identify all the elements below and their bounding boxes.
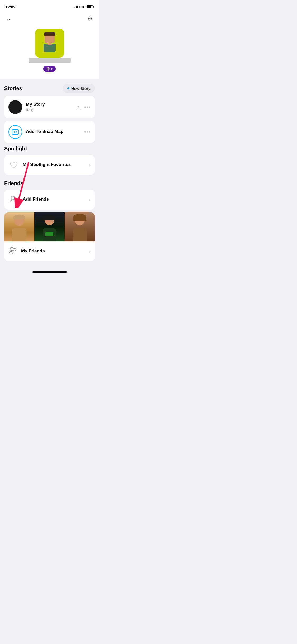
lte-label: LTE — [79, 5, 86, 9]
spotlight-favorites-card[interactable]: My Spotlight Favorites › — [4, 155, 95, 175]
snap-map-title: Add To Snap Map — [26, 129, 81, 134]
add-friends-info: Add Friends — [23, 197, 85, 203]
snap-map-actions: ••• — [84, 129, 91, 135]
chevron-right-icon: › — [89, 162, 91, 168]
spotlight-favorites-title: My Spotlight Favorites — [23, 162, 85, 167]
avatar[interactable] — [35, 29, 64, 58]
home-bar — [32, 271, 67, 273]
snap-map-card[interactable]: Add To Snap Map ••• — [4, 121, 95, 143]
status-time: 12:02 — [5, 5, 15, 9]
friend-avatar-2 — [34, 212, 64, 241]
svg-point-5 — [10, 247, 13, 251]
snap-map-icon — [8, 125, 22, 139]
signal-icon — [73, 5, 78, 8]
my-friends-row[interactable]: My Friends › — [4, 241, 95, 261]
add-friends-title: Add Friends — [23, 197, 85, 202]
add-friends-chevron: › — [89, 197, 91, 203]
spotlight-title: Spotlight — [4, 146, 27, 152]
add-friend-icon — [8, 194, 19, 205]
profile-section: ♍︎ > — [0, 29, 99, 79]
zodiac-badge[interactable]: ♍︎ > — [43, 66, 56, 72]
svg-point-6 — [13, 248, 16, 251]
more-options-icon[interactable]: ••• — [84, 104, 91, 110]
heart-icon — [8, 160, 19, 170]
my-friends-title: My Friends — [21, 249, 85, 254]
download-icon[interactable] — [76, 105, 81, 109]
my-story-card[interactable]: My Story 👁 0 ••• — [4, 96, 95, 118]
header: ⌄ ⚙ — [0, 12, 99, 29]
new-story-label: New Story — [71, 86, 91, 91]
my-friends-icon — [8, 246, 17, 256]
my-story-info: My Story 👁 0 — [26, 102, 73, 112]
status-bar: 12:02 LTE — [0, 0, 99, 12]
camera-icon — [12, 129, 19, 135]
chevron-down-icon[interactable]: ⌄ — [5, 14, 12, 23]
snap-map-more-icon[interactable]: ••• — [84, 129, 91, 135]
spotlight-section-header: Spotlight — [4, 146, 95, 152]
main-content: Stories + New Story My Story 👁 0 ••• — [0, 79, 99, 269]
home-indicator — [0, 269, 99, 274]
stories-section-header: Stories + New Story — [4, 84, 95, 93]
status-icons: LTE — [73, 5, 94, 9]
my-friends-info: My Friends — [21, 249, 85, 255]
my-friends-chevron: › — [89, 249, 91, 254]
eye-icon: 👁 — [26, 108, 30, 112]
battery-icon — [87, 5, 94, 8]
friend-avatar-1 — [4, 212, 34, 241]
friends-section-header: Friends — [4, 180, 95, 186]
my-story-avatar — [8, 100, 22, 114]
spotlight-favorites-info: My Spotlight Favorites — [23, 162, 85, 168]
my-story-views: 👁 0 — [26, 108, 73, 112]
friends-title: Friends — [4, 180, 23, 186]
friend-avatars-row — [4, 212, 95, 241]
plus-icon: + — [67, 86, 69, 91]
my-story-actions: ••• — [76, 104, 91, 110]
friends-list-card[interactable]: My Friends › — [4, 212, 95, 261]
my-story-title: My Story — [26, 102, 73, 107]
add-friends-card[interactable]: Add Friends › — [4, 190, 95, 210]
stories-title: Stories — [4, 85, 22, 91]
settings-gear-icon[interactable]: ⚙ — [86, 14, 94, 23]
new-story-button[interactable]: + New Story — [63, 84, 95, 93]
snap-map-info: Add To Snap Map — [26, 129, 81, 135]
svg-point-2 — [11, 196, 15, 200]
friend-avatar-3 — [65, 212, 95, 241]
username-blurred — [29, 58, 71, 63]
